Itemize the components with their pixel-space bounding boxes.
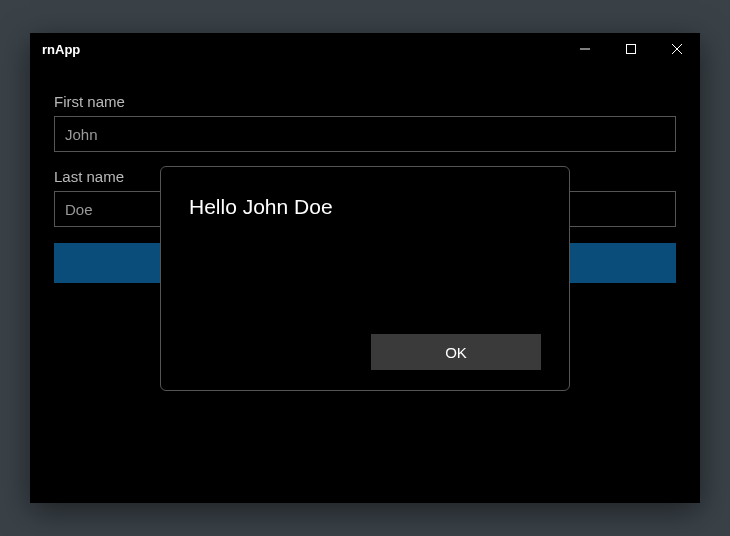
svg-rect-1	[627, 45, 636, 54]
first-name-label: First name	[54, 93, 676, 110]
close-icon	[672, 44, 682, 54]
window-title: rnApp	[42, 42, 80, 57]
minimize-icon	[580, 44, 590, 54]
minimize-button[interactable]	[562, 33, 608, 65]
first-name-input[interactable]	[54, 116, 676, 152]
window-controls	[562, 33, 700, 65]
dialog-message: Hello John Doe	[189, 195, 541, 219]
app-window: rnApp First name Last name Hello John Do…	[30, 33, 700, 503]
dialog-actions: OK	[189, 334, 541, 370]
maximize-button[interactable]	[608, 33, 654, 65]
close-button[interactable]	[654, 33, 700, 65]
titlebar: rnApp	[30, 33, 700, 65]
maximize-icon	[626, 44, 636, 54]
ok-button[interactable]: OK	[371, 334, 541, 370]
message-dialog: Hello John Doe OK	[160, 166, 570, 391]
